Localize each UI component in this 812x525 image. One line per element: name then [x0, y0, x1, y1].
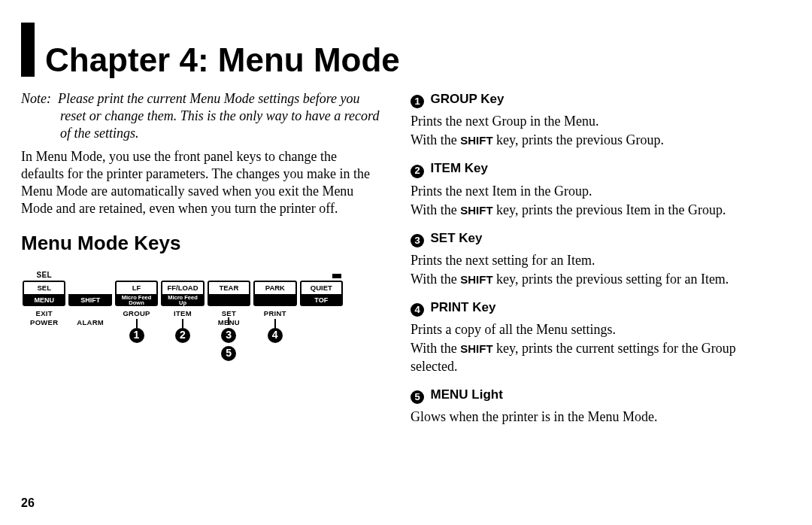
key-lf-top: LF	[115, 281, 158, 294]
circle-4: 4	[268, 328, 283, 343]
num-5-icon: 5	[411, 390, 424, 404]
note-body: Please print the current Menu Mode setti…	[58, 91, 379, 141]
left-column: Note: Please print the current Menu Mode…	[21, 90, 380, 436]
desc-set-key: 3 SET Key Prints the next setting for an…	[411, 229, 770, 288]
print-key-heading: PRINT Key	[431, 300, 496, 314]
key-menu-bottom: MENU	[23, 294, 65, 306]
set-key-line1: Prints the next setting for an Item.	[411, 252, 770, 269]
page-number: 26	[21, 496, 35, 510]
panel-below-row1: EXIT GROUP ITEM SET PRINT	[21, 309, 344, 318]
desc-print-key: 4 PRINT Key Prints a copy of all the Men…	[411, 299, 770, 375]
num-4-icon: 4	[411, 303, 424, 317]
set-key-heading: SET Key	[431, 231, 483, 245]
page-root: Chapter 4: Menu Mode Note: Please print …	[0, 0, 812, 436]
group-key-line1: Prints the next Group in the Menu.	[411, 113, 770, 130]
right-column: 1 GROUP Key Prints the next Group in the…	[411, 90, 770, 436]
menu-light-heading: MENU Light	[431, 387, 503, 402]
panel-key-top-row: SEL LF FF/LOAD TEAR PARK QUIET	[21, 281, 344, 294]
circle-5: 5	[221, 346, 236, 361]
connector-3	[228, 317, 229, 325]
panel-number-row2: 5	[21, 344, 344, 363]
two-column-layout: Note: Please print the current Menu Mode…	[21, 90, 770, 436]
panel-led-indicator	[332, 274, 341, 278]
key-park-top: PARK	[253, 281, 296, 294]
key-shift-top	[68, 281, 111, 294]
note-prefix: Note:	[21, 91, 51, 106]
desc-item-key: 2 ITEM Key Prints the next Item in the G…	[411, 159, 770, 218]
key-tof-bottom: TOF	[300, 294, 343, 306]
num-2-icon: 2	[411, 165, 424, 178]
title-wrap: Chapter 4: Menu Mode	[21, 23, 770, 77]
panel-top-row: SEL	[21, 271, 344, 281]
note-paragraph: Note: Please print the current Menu Mode…	[21, 90, 380, 142]
key-ffload-top: FF/LOAD	[161, 281, 204, 294]
item-key-shift: With the SHIFT key, prints the previous …	[411, 202, 770, 219]
print-key-shift: With the SHIFT key, prints the current s…	[411, 340, 770, 375]
intro-paragraph: In Menu Mode, you use the front panel ke…	[21, 148, 380, 217]
item-key-heading: ITEM Key	[431, 161, 489, 175]
panel-label-sel-top: SEL	[21, 271, 67, 281]
print-key-line1: Prints a copy of all the Menu settings.	[411, 321, 770, 338]
panel-key-bottom-row: MENU SHIFT Micro Feed Down Micro Feed Up…	[21, 294, 344, 306]
circle-2: 2	[175, 328, 190, 343]
group-key-shift: With the SHIFT key, prints the previous …	[411, 132, 770, 149]
circle-3: 3	[221, 328, 236, 343]
key-tear-bottom	[208, 294, 250, 306]
num-1-icon: 1	[411, 95, 424, 108]
desc-menu-light: 5 MENU Light Glows when the printer is i…	[411, 386, 770, 426]
num-3-icon: 3	[411, 234, 424, 247]
key-park-bottom	[253, 294, 296, 306]
page-title: Chapter 4: Menu Mode	[45, 44, 400, 77]
panel-diagram: SEL SEL LF FF/LOAD TEAR PARK QUIET MENU	[21, 266, 344, 362]
group-key-heading: GROUP Key	[431, 92, 504, 106]
circle-1: 1	[129, 328, 144, 343]
section-heading: Menu Mode Keys	[21, 231, 380, 256]
set-key-shift: With the SHIFT key, prints the previous …	[411, 271, 770, 288]
panel-number-row: 1 2 3 4	[21, 326, 344, 344]
item-key-line1: Prints the next Item in the Group.	[411, 183, 770, 200]
title-accent-bar	[21, 23, 35, 77]
key-shift-bottom: SHIFT	[68, 294, 111, 306]
key-microfeed-down: Micro Feed Down	[115, 294, 158, 306]
key-tear-top: TEAR	[208, 281, 250, 294]
menu-light-line1: Glows when the printer is in the Menu Mo…	[411, 408, 770, 426]
key-sel-top: SEL	[23, 281, 65, 294]
key-microfeed-up: Micro Feed Up	[161, 294, 204, 306]
desc-group-key: 1 GROUP Key Prints the next Group in the…	[411, 90, 770, 149]
key-quiet-top: QUIET	[300, 281, 343, 294]
